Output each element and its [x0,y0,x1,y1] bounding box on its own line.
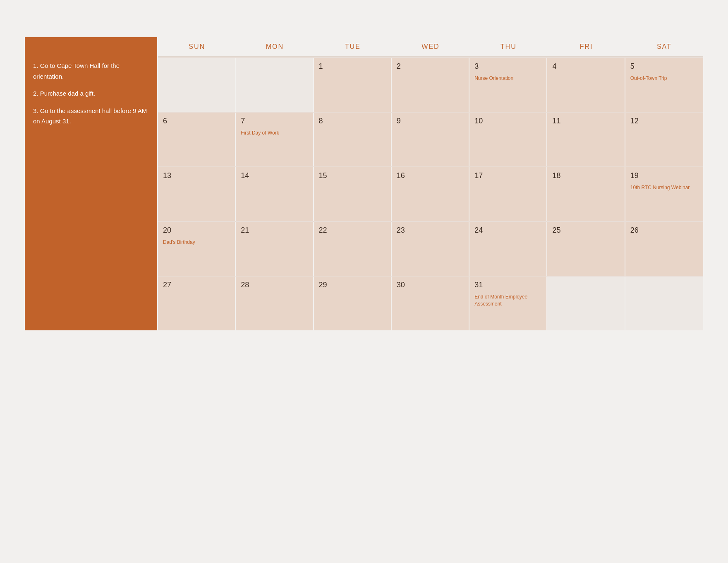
day-number: 2 [397,62,464,71]
day-cell: 5Out-of-Town Trip [625,58,703,112]
calendar-grid: SUNMONTUEWEDTHUFRISAT 123Nurse Orientati… [157,37,703,330]
day-headers-row: SUNMONTUEWEDTHUFRISAT [158,37,703,57]
day-cell: 27 [158,277,236,330]
notes-header [25,37,157,51]
day-cell: 17 [469,167,547,221]
day-number: 4 [552,62,619,71]
day-cell: 2 [392,58,469,112]
event-text: First Day of Work [241,130,308,137]
day-number: 17 [474,171,541,180]
day-cell: 20Dad's Birthday [158,222,236,276]
week-row: 67First Day of Work89101112 [158,112,703,166]
day-header: FRI [547,37,625,56]
day-cell [158,58,236,112]
day-cell: 26 [625,222,703,276]
day-cell: 11 [547,113,625,166]
day-number: 3 [474,62,541,71]
day-number: 31 [474,281,541,289]
day-cell: 29 [314,277,392,330]
day-cell: 22 [314,222,392,276]
day-number: 15 [319,171,386,180]
page-header [25,17,703,21]
day-number: 21 [241,226,308,235]
day-cell: 28 [236,277,314,330]
day-cell: 1 [314,58,392,112]
day-number: 7 [241,117,308,125]
note-item: 2. Purchase dad a gift. [33,88,149,99]
day-number: 24 [474,226,541,235]
day-number: 10 [474,117,541,125]
day-header: SAT [625,37,703,56]
week-row: 123Nurse Orientation45Out-of-Town Trip [158,57,703,112]
calendar-wrapper: 1. Go to Cape Town Hall for the orientat… [25,37,703,330]
day-cell: 9 [392,113,469,166]
day-number: 9 [397,117,464,125]
day-number: 16 [397,171,464,180]
day-cell: 15 [314,167,392,221]
day-cell: 8 [314,113,392,166]
event-text: Dad's Birthday [163,239,230,246]
day-cell: 6 [158,113,236,166]
day-header: SUN [158,37,236,56]
day-cell [236,58,314,112]
day-number: 29 [319,281,386,289]
day-header: TUE [314,37,392,56]
day-header: THU [469,37,547,56]
day-number: 27 [163,281,230,289]
day-number: 12 [630,117,698,125]
day-cell: 12 [625,113,703,166]
day-header: MON [236,37,314,56]
day-cell: 31End of Month Employee Assessment [469,277,547,330]
day-number: 18 [552,171,619,180]
day-number: 22 [319,226,386,235]
day-number: 26 [630,226,698,235]
day-cell: 10 [469,113,547,166]
event-text: Nurse Orientation [474,75,541,82]
day-cell: 16 [392,167,469,221]
day-cell: 13 [158,167,236,221]
day-cell [547,277,625,330]
week-row: 2728293031End of Month Employee Assessme… [158,276,703,330]
day-number: 30 [397,281,464,289]
event-text: Out-of-Town Trip [630,75,698,82]
day-cell: 25 [547,222,625,276]
day-cell: 30 [392,277,469,330]
event-text: End of Month Employee Assessment [474,294,541,308]
notes-panel: 1. Go to Cape Town Hall for the orientat… [25,37,157,330]
day-number: 23 [397,226,464,235]
note-item: 1. Go to Cape Town Hall for the orientat… [33,60,149,82]
day-cell: 1910th RTC Nursing Webinar [625,167,703,221]
notes-body: 1. Go to Cape Town Hall for the orientat… [25,51,157,330]
day-number: 1 [319,62,386,71]
day-cell: 18 [547,167,625,221]
day-number: 11 [552,117,619,125]
day-number: 28 [241,281,308,289]
day-cell: 24 [469,222,547,276]
day-cell: 23 [392,222,469,276]
day-number: 19 [630,171,698,180]
note-item: 3. Go to the assessment hall before 9 AM… [33,106,149,127]
day-cell: 14 [236,167,314,221]
day-cell [625,277,703,330]
day-number: 13 [163,171,230,180]
day-cell: 4 [547,58,625,112]
week-row: 1314151617181910th RTC Nursing Webinar [158,166,703,221]
day-header: WED [392,37,469,56]
day-cell: 21 [236,222,314,276]
weeks-grid: 123Nurse Orientation45Out-of-Town Trip67… [158,57,703,330]
day-number: 8 [319,117,386,125]
day-number: 25 [552,226,619,235]
event-text: 10th RTC Nursing Webinar [630,184,698,191]
day-number: 6 [163,117,230,125]
day-number: 14 [241,171,308,180]
day-cell: 7First Day of Work [236,113,314,166]
day-number: 5 [630,62,698,71]
week-row: 20Dad's Birthday212223242526 [158,221,703,276]
day-cell: 3Nurse Orientation [469,58,547,112]
day-number: 20 [163,226,230,235]
